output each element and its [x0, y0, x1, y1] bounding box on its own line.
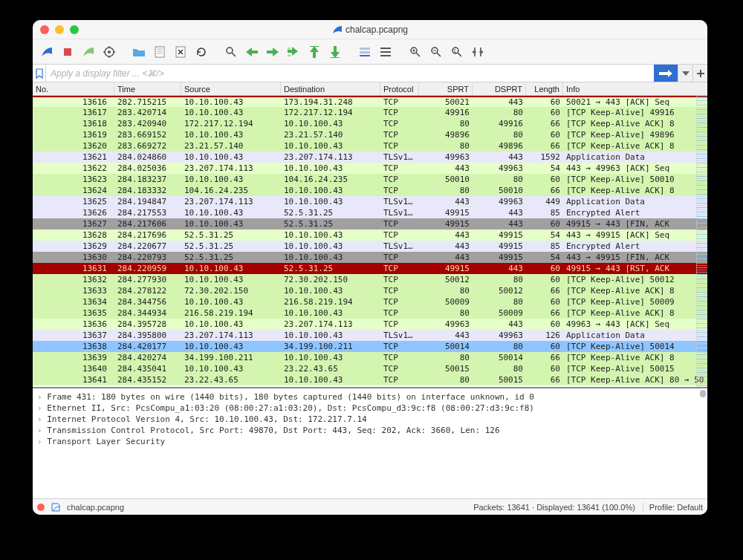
window-zoom-button[interactable]: [70, 25, 79, 34]
packet-row[interactable]: 13618283.420940172.217.12.19410.10.100.4…: [33, 118, 707, 129]
colorize-button[interactable]: [376, 42, 395, 62]
packet-row[interactable]: 13638284.42017710.10.100.4334.199.100.21…: [33, 341, 707, 352]
cell-length: 66: [526, 285, 563, 296]
expand-caret-icon[interactable]: ›: [37, 403, 47, 413]
col-header-info[interactable]: Info: [563, 82, 707, 95]
expand-caret-icon[interactable]: ›: [37, 426, 47, 435]
cell-dport: 443: [473, 97, 526, 107]
detail-line[interactable]: › Internet Protocol Version 4, Src: 10.1…: [37, 414, 703, 425]
packet-row[interactable]: 13624284.183332104.16.24.23510.10.100.43…: [33, 185, 707, 196]
packet-row[interactable]: 13636284.39572810.10.100.4323.207.174.11…: [33, 319, 707, 330]
packet-row[interactable]: 13623284.18323710.10.100.43104.16.24.235…: [33, 174, 707, 185]
col-header-source[interactable]: Source: [181, 82, 281, 95]
packet-row[interactable]: 13641284.43515223.22.43.6510.10.100.43TC…: [33, 374, 707, 385]
col-header-no[interactable]: No.: [33, 82, 114, 95]
packet-row[interactable]: 13635284.344934216.58.219.19410.10.100.4…: [33, 307, 707, 319]
go-forward-button[interactable]: [263, 42, 282, 62]
capture-options-button[interactable]: [100, 42, 119, 62]
file-close-button[interactable]: [171, 42, 190, 62]
cell-protocol: TCP: [380, 97, 419, 107]
cell-no: 13625: [33, 196, 114, 207]
find-button[interactable]: [221, 42, 241, 62]
col-header-destination[interactable]: Destination: [281, 82, 380, 95]
packet-row[interactable]: 13637284.39580023.207.174.11310.10.100.4…: [33, 330, 707, 341]
packet-row[interactable]: 13639284.42027434.199.100.21110.10.100.4…: [33, 352, 707, 363]
expert-info-button[interactable]: [37, 504, 45, 511]
window-minimize-button[interactable]: [55, 25, 64, 34]
cell-destination: 10.10.100.43: [281, 163, 380, 174]
cell-time: 282.715215: [114, 97, 181, 107]
cell-time: 284.220959: [114, 263, 181, 274]
packet-row[interactable]: 13640284.43504110.10.100.4323.22.43.65TC…: [33, 363, 707, 374]
reload-button[interactable]: [192, 42, 211, 62]
detail-line[interactable]: › Ethernet II, Src: PcsCompu_a1:03:20 (0…: [37, 403, 703, 414]
packet-row[interactable]: 13622284.02503623.207.174.11310.10.100.4…: [33, 163, 707, 174]
cell-dport: 443: [473, 263, 526, 274]
cell-dport: 49915: [473, 252, 526, 263]
capture-restart-button[interactable]: [79, 42, 98, 62]
packet-row[interactable]: 13629284.22067752.5.31.2510.10.100.43TLS…: [33, 241, 707, 252]
go-back-button[interactable]: [242, 42, 262, 62]
cell-destination: 23.207.174.113: [281, 319, 380, 330]
capture-stop-button[interactable]: [58, 42, 77, 62]
col-header-length[interactable]: Length: [526, 82, 563, 95]
cell-source: 52.5.31.25: [181, 241, 281, 252]
cell-protocol: TLSv1…: [380, 330, 419, 341]
filter-history-button[interactable]: [678, 65, 692, 82]
packet-row[interactable]: 13628284.21769652.5.31.2510.10.100.43TCP…: [33, 229, 707, 241]
zoom-in-button[interactable]: [406, 42, 425, 62]
cell-source: 10.10.100.43: [181, 363, 281, 374]
col-header-dsprt[interactable]: DSPRT: [473, 82, 526, 95]
expand-caret-icon[interactable]: ›: [37, 437, 47, 446]
expand-caret-icon[interactable]: ›: [37, 414, 47, 424]
status-profile[interactable]: Profile: Default: [643, 503, 703, 512]
file-open-button[interactable]: [129, 42, 149, 62]
filter-add-button[interactable]: [692, 65, 707, 82]
cell-time: 284.278122: [114, 285, 181, 296]
go-to-packet-button[interactable]: [284, 42, 303, 62]
expand-caret-icon[interactable]: ›: [37, 392, 47, 402]
col-header-time[interactable]: Time: [114, 82, 181, 95]
packet-list[interactable]: 13616282.71521510.10.100.43173.194.31.24…: [33, 96, 707, 387]
packet-row[interactable]: 13617283.42071410.10.100.43172.217.12.19…: [33, 107, 707, 118]
cell-no: 13636: [33, 319, 114, 330]
display-filter-input[interactable]: [46, 65, 654, 82]
packet-row[interactable]: 13616282.71521510.10.100.43173.194.31.24…: [33, 96, 707, 107]
cell-time: 284.435152: [114, 374, 181, 385]
packet-row[interactable]: 13625284.19484723.207.174.11310.10.100.4…: [33, 196, 707, 207]
col-header-protocol[interactable]: Protocol: [380, 82, 419, 95]
go-first-button[interactable]: [305, 42, 324, 62]
packet-details-pane[interactable]: › Frame 431: 180 bytes on wire (1440 bit…: [33, 387, 707, 498]
packet-row[interactable]: 13634284.34475610.10.100.43216.58.219.19…: [33, 296, 707, 307]
packet-row[interactable]: 13626284.21755310.10.100.4352.5.31.25TLS…: [33, 207, 707, 218]
packet-row[interactable]: 13621284.02486010.10.100.4323.207.174.11…: [33, 152, 707, 163]
packet-row[interactable]: 13619283.66915210.10.100.4323.21.57.140T…: [33, 129, 707, 140]
zoom-reset-button[interactable]: 1: [447, 42, 467, 62]
window-close-button[interactable]: [40, 25, 49, 34]
cell-info: [TCP Keep-Alive] 50012: [563, 274, 707, 285]
detail-line[interactable]: › Transport Layer Security: [37, 436, 703, 447]
packet-row[interactable]: 13627284.21760610.10.100.4352.5.31.25TCP…: [33, 218, 707, 229]
packet-row[interactable]: 13632284.27793010.10.100.4372.30.202.150…: [33, 274, 707, 285]
capture-start-button[interactable]: [37, 42, 56, 62]
go-last-button[interactable]: [325, 42, 345, 62]
detail-line[interactable]: › Transmission Control Protocol, Src Por…: [37, 425, 703, 436]
auto-scroll-button[interactable]: [355, 42, 374, 62]
packet-row[interactable]: 13630284.22079352.5.31.2510.10.100.43TCP…: [33, 252, 707, 263]
packet-row[interactable]: 13631284.22095910.10.100.4352.5.31.25TCP…: [33, 263, 707, 274]
zoom-out-button[interactable]: [426, 42, 446, 62]
resize-columns-button[interactable]: [468, 42, 487, 62]
packet-row[interactable]: 13620283.66927223.21.57.14010.10.100.43T…: [33, 140, 707, 152]
capture-file-icon: [51, 502, 61, 512]
packet-row[interactable]: 13633284.27812272.30.202.15010.10.100.43…: [33, 285, 707, 296]
filter-bookmark-button[interactable]: [33, 65, 46, 82]
cell-info: [TCP Keep-Alive ACK] 8: [563, 140, 707, 152]
cell-time: 284.395728: [114, 319, 181, 330]
col-header-sprt[interactable]: SPRT: [419, 82, 473, 95]
file-save-button[interactable]: [150, 42, 169, 62]
cell-time: 283.669152: [114, 129, 181, 140]
detail-line[interactable]: › Frame 431: 180 bytes on wire (1440 bit…: [37, 391, 703, 403]
details-scrollbar-thumb[interactable]: [700, 390, 706, 397]
packet-list-header[interactable]: No. Time Source Destination Protocol SPR…: [33, 82, 707, 96]
filter-apply-button[interactable]: [654, 65, 678, 82]
